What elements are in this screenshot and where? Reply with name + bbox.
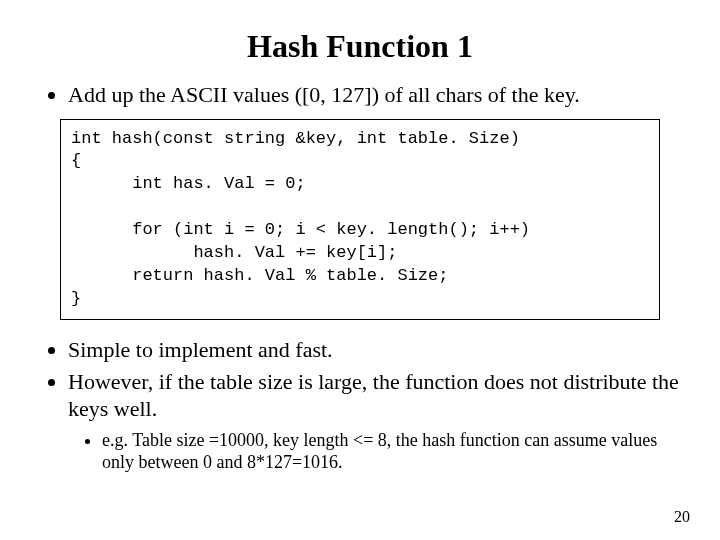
sub-list: e.g. Table size =10000, key length <= 8,…	[68, 429, 680, 474]
intro-bullet: Add up the ASCII values ([0, 127]) of al…	[68, 81, 680, 109]
point-simple: Simple to implement and fast.	[68, 336, 680, 364]
intro-list: Add up the ASCII values ([0, 127]) of al…	[40, 81, 680, 109]
slide-title: Hash Function 1	[40, 28, 680, 65]
code-block: int hash(const string &key, int table. S…	[60, 119, 660, 321]
slide: Hash Function 1 Add up the ASCII values …	[0, 0, 720, 540]
sub-example: e.g. Table size =10000, key length <= 8,…	[102, 429, 680, 474]
point-however: However, if the table size is large, the…	[68, 368, 680, 423]
page-number: 20	[674, 508, 690, 526]
points-list: Simple to implement and fast. However, i…	[40, 336, 680, 474]
